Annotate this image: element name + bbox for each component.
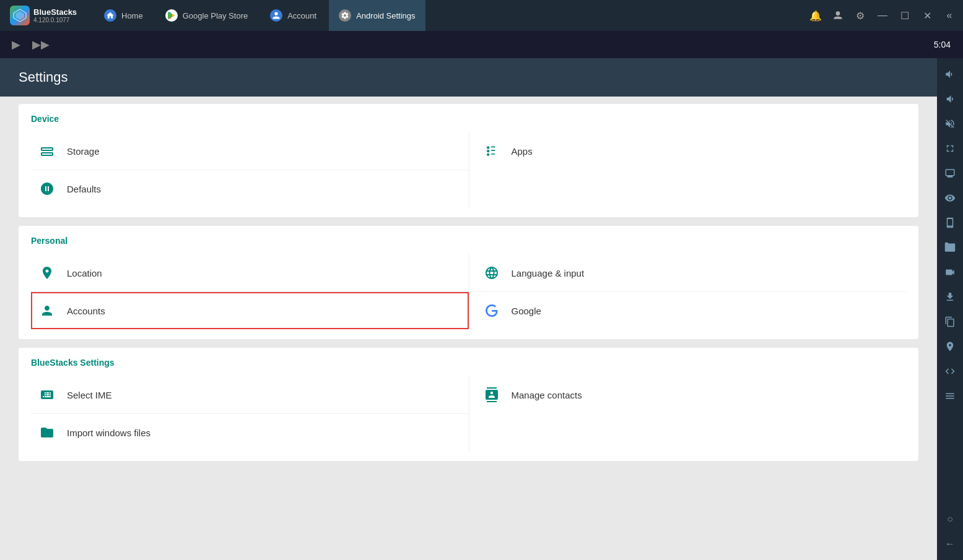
manage-contacts-item[interactable]: Manage contacts: [469, 376, 907, 413]
app-version: 4.120.0.1077: [33, 17, 77, 24]
bell-icon[interactable]: 🔔: [807, 7, 824, 24]
home-circle-icon[interactable]: ○: [939, 508, 961, 530]
bluestacks-grid: Select IME Import windows files: [31, 376, 906, 451]
location-icon: [37, 263, 57, 283]
device-section-title: Device: [31, 114, 906, 124]
manage-contacts-label: Manage contacts: [512, 390, 582, 400]
back-arrow-icon[interactable]: ←: [939, 533, 961, 555]
main-content: Settings Device Storage: [0, 58, 937, 560]
tab-android-settings[interactable]: Android Settings: [329, 0, 425, 31]
defaults-icon: [37, 179, 57, 199]
personal-left-col: Location Accounts: [31, 254, 469, 329]
language-input-item[interactable]: Language & input: [469, 254, 907, 292]
home-tab-icon: [104, 9, 116, 22]
titlebar-actions: 🔔 ⚙ — ☐ ✕ «: [807, 7, 958, 24]
settings-body: Device Storage Defaults: [0, 97, 937, 477]
tab-account-label: Account: [287, 11, 316, 20]
copy-icon[interactable]: [939, 311, 961, 333]
location-item[interactable]: Location: [31, 254, 469, 292]
tab-home[interactable]: Home: [94, 0, 153, 31]
minimize-button[interactable]: —: [874, 7, 891, 24]
settings-header: Settings: [0, 58, 937, 97]
contacts-icon: [482, 385, 502, 405]
storage-item[interactable]: Storage: [31, 132, 469, 170]
tab-google-play[interactable]: Google Play Store: [155, 0, 258, 31]
select-ime-label: Select IME: [67, 390, 112, 400]
logo-area: BlueStacks 4.120.0.1077: [5, 6, 92, 25]
device-right-col: Apps: [469, 132, 907, 207]
google-item[interactable]: Google: [469, 292, 907, 329]
menu-icon[interactable]: [939, 385, 961, 407]
accounts-item[interactable]: Accounts: [31, 292, 469, 329]
clock: 5:04: [934, 40, 951, 50]
bluestacks-left-col: Select IME Import windows files: [31, 376, 469, 451]
device-left-col: Storage Defaults: [31, 132, 469, 207]
defaults-item[interactable]: Defaults: [31, 170, 469, 207]
volume-down-icon[interactable]: [939, 88, 961, 110]
camera-icon[interactable]: [939, 236, 961, 259]
location-label: Location: [67, 268, 102, 278]
language-input-label: Language & input: [512, 268, 585, 278]
play-tab-icon: [165, 9, 178, 22]
personal-section: Personal Location Accounts: [19, 226, 918, 339]
user-circle-icon[interactable]: [829, 7, 847, 24]
google-label: Google: [512, 306, 541, 316]
transform-icon[interactable]: [939, 360, 961, 382]
bluestacks-settings-section: BlueStacks Settings Select IME Impor: [19, 348, 918, 461]
location-pin-icon[interactable]: [939, 335, 961, 358]
bluestacks-logo: [10, 6, 30, 25]
personal-section-title: Personal: [31, 236, 906, 246]
volume-up-icon[interactable]: [939, 63, 961, 85]
defaults-label: Defaults: [67, 184, 101, 194]
close-button[interactable]: ✕: [918, 7, 936, 24]
play-forward-button[interactable]: ▶▶: [32, 36, 50, 53]
import-windows-files-label: Import windows files: [67, 428, 150, 438]
storage-icon: [37, 141, 57, 161]
play-button[interactable]: ▶: [7, 36, 25, 53]
accounts-icon: [37, 301, 57, 321]
logo-text-area: BlueStacks 4.120.0.1077: [33, 7, 77, 24]
eye-icon[interactable]: [939, 187, 961, 209]
mute-icon[interactable]: [939, 113, 961, 135]
expand-icon[interactable]: [939, 137, 961, 160]
account-tab-icon: [270, 9, 282, 22]
tab-account[interactable]: Account: [260, 0, 326, 31]
device-section: Device Storage Defaults: [19, 104, 918, 217]
collapse-icon[interactable]: «: [941, 7, 958, 24]
toolbar: ▶ ▶▶ 5:04: [0, 31, 963, 58]
settings-tab-icon: [339, 9, 351, 22]
right-sidebar: ○ ←: [937, 58, 963, 560]
storage-label: Storage: [67, 146, 100, 157]
maximize-button[interactable]: ☐: [896, 7, 913, 24]
phone-icon[interactable]: [939, 212, 961, 234]
tab-google-play-label: Google Play Store: [183, 11, 248, 20]
app-name: BlueStacks: [33, 7, 77, 17]
tab-home-label: Home: [121, 11, 143, 20]
import-windows-files-item[interactable]: Import windows files: [31, 414, 469, 451]
tab-android-settings-label: Android Settings: [356, 11, 415, 20]
keyboard-icon: [37, 385, 57, 405]
personal-right-col: Language & input Google: [469, 254, 907, 329]
bluestacks-right-col: Manage contacts: [469, 376, 907, 451]
folder-icon: [37, 423, 57, 442]
bluestacks-settings-title: BlueStacks Settings: [31, 358, 906, 368]
svg-point-2: [836, 11, 840, 15]
video-icon[interactable]: [939, 261, 961, 283]
screen-icon[interactable]: [939, 162, 961, 184]
apps-icon: [482, 141, 502, 161]
svg-marker-1: [15, 11, 24, 20]
language-icon: [482, 263, 502, 283]
device-grid: Storage Defaults Apps: [31, 132, 906, 207]
titlebar: BlueStacks 4.120.0.1077 Home Google Play…: [0, 0, 963, 31]
personal-grid: Location Accounts Langu: [31, 254, 906, 329]
gear-icon[interactable]: ⚙: [852, 7, 869, 24]
download-icon[interactable]: [939, 286, 961, 308]
apps-label: Apps: [512, 146, 533, 157]
select-ime-item[interactable]: Select IME: [31, 376, 469, 414]
settings-title: Settings: [19, 69, 68, 85]
google-icon: [482, 301, 502, 321]
accounts-label: Accounts: [67, 306, 105, 316]
apps-item[interactable]: Apps: [469, 132, 907, 170]
